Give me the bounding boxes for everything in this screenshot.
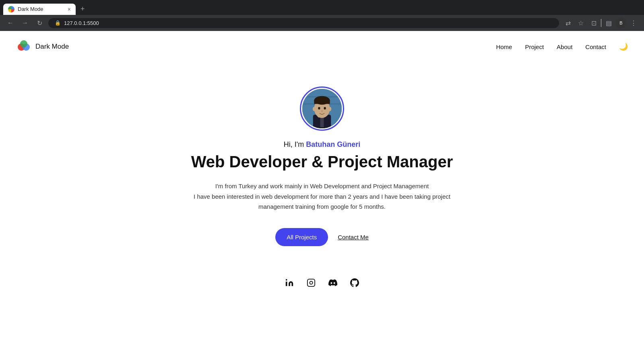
tab-bar: Dark Mode × + xyxy=(0,0,644,15)
screenshot-icon[interactable]: ⊡ xyxy=(588,17,599,29)
menu-icon[interactable]: ⋮ xyxy=(628,17,639,29)
translate-icon[interactable]: ⇄ xyxy=(562,17,574,29)
profile-avatar[interactable]: B xyxy=(616,18,626,28)
nav-links: Home Project About Contact 🌙 xyxy=(496,42,628,51)
nav-link-project[interactable]: Project xyxy=(525,43,544,50)
svg-point-16 xyxy=(321,110,323,112)
nav-link-home[interactable]: Home xyxy=(496,43,512,50)
navbar: Dark Mode Home Project About Contact 🌙 xyxy=(0,31,644,62)
svg-point-17 xyxy=(313,107,316,111)
tab-favicon xyxy=(8,6,14,12)
brand: Dark Mode xyxy=(16,39,69,54)
svg-point-20 xyxy=(286,279,287,280)
brand-name: Dark Mode xyxy=(35,43,69,51)
website-content: Dark Mode Home Project About Contact 🌙 xyxy=(0,31,644,337)
social-icons xyxy=(285,278,359,290)
github-icon[interactable] xyxy=(350,278,359,290)
avatar-container xyxy=(300,86,344,131)
tab-close-button[interactable]: × xyxy=(68,6,71,12)
svg-rect-13 xyxy=(314,101,330,104)
svg-point-14 xyxy=(318,107,320,109)
all-projects-button[interactable]: All Projects xyxy=(275,228,328,246)
forward-button[interactable]: → xyxy=(19,17,31,29)
nav-link-about[interactable]: About xyxy=(557,43,572,50)
nav-link-contact[interactable]: Contact xyxy=(585,43,606,50)
hero-title: Web Developer & Project Manager xyxy=(191,152,453,171)
avatar xyxy=(302,89,342,128)
url-text: 127.0.0.1:5500 xyxy=(64,20,99,26)
svg-point-18 xyxy=(328,107,331,111)
instagram-icon[interactable] xyxy=(307,278,316,290)
hero-buttons: All Projects Contact Me xyxy=(275,228,369,246)
sidebar-icon[interactable]: ▤ xyxy=(603,17,614,29)
browser-toolbar: ← → ↻ 🔒 127.0.0.1:5500 ⇄ ☆ ⊡ ▤ B ⋮ xyxy=(0,15,644,31)
browser-chrome: Dark Mode × + ← → ↻ 🔒 127.0.0.1:5500 ⇄ ☆… xyxy=(0,0,644,31)
svg-rect-21 xyxy=(308,279,315,286)
brand-logo xyxy=(16,39,31,54)
browser-actions: ⇄ ☆ ⊡ ▤ B ⋮ xyxy=(562,17,639,29)
avatar-svg xyxy=(302,89,342,128)
hero-desc-line2: I have been interested in web developmen… xyxy=(194,193,450,210)
address-bar[interactable]: 🔒 127.0.0.1:5500 xyxy=(48,18,559,28)
svg-point-15 xyxy=(324,107,326,109)
contact-me-button[interactable]: Contact Me xyxy=(338,234,369,241)
new-tab-button[interactable]: + xyxy=(77,3,88,15)
greeting-text: Hi, I'm Batuhan Güneri xyxy=(284,140,360,149)
dark-mode-toggle[interactable]: 🌙 xyxy=(619,42,628,51)
linkedin-icon[interactable] xyxy=(285,278,294,290)
svg-point-19 xyxy=(317,114,322,117)
tab-title: Dark Mode xyxy=(18,6,64,12)
lock-icon: 🔒 xyxy=(55,20,61,26)
avatar-ring xyxy=(300,86,344,131)
hero-description: I'm from Turkey and work mainly in Web D… xyxy=(181,181,463,212)
back-button[interactable]: ← xyxy=(5,17,16,29)
greeting-prefix: Hi, I'm xyxy=(284,140,304,148)
browser-tab[interactable]: Dark Mode × xyxy=(3,4,76,15)
divider xyxy=(601,19,601,27)
bookmark-icon[interactable]: ☆ xyxy=(575,17,586,29)
discord-icon[interactable] xyxy=(328,278,337,290)
hero-section: Hi, I'm Batuhan Güneri Web Developer & P… xyxy=(0,62,644,306)
hero-desc-line1: I'm from Turkey and work mainly in Web D… xyxy=(215,183,429,189)
svg-point-2 xyxy=(20,40,27,47)
reload-button[interactable]: ↻ xyxy=(34,17,45,29)
greeting-name: Batuhan Güneri xyxy=(306,140,360,148)
